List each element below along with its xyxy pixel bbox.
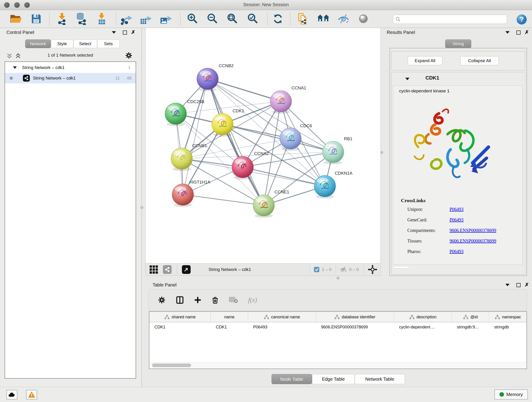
gene-collapse-icon[interactable] — [405, 78, 409, 80]
delete-column-trash-icon[interactable] — [211, 296, 219, 304]
tab-network-table[interactable]: Network Table — [355, 374, 405, 384]
cell-description[interactable]: cyclin-dependent ... — [394, 322, 452, 332]
open-in-new-window-icon[interactable] — [182, 265, 191, 274]
network-edge-HIST1H1A-CCNE1[interactable] — [183, 195, 264, 205]
import-table-file-button[interactable] — [95, 12, 109, 26]
collapse-all-button[interactable]: Collapse All — [460, 56, 499, 65]
save-session-button[interactable] — [29, 12, 43, 26]
table-settings-gear-icon[interactable] — [158, 296, 166, 304]
network-options-gear-icon[interactable] — [125, 52, 133, 59]
network-share-icon[interactable] — [163, 265, 172, 274]
results-hscrollbar-thumb[interactable] — [393, 266, 409, 268]
create-column-plus-icon[interactable] — [194, 296, 201, 304]
tab-edge-table[interactable]: Edge Table — [312, 374, 355, 384]
results-vscrollbar-track[interactable] — [523, 73, 525, 274]
node-label: CCNA2 — [254, 151, 269, 156]
table-panel-menu-button[interactable] — [505, 284, 510, 286]
pharos-link[interactable]: P06493 — [450, 249, 463, 254]
memory-button[interactable]: Memory — [494, 389, 528, 400]
column-header-canonical-name[interactable]: canonical name — [248, 312, 316, 322]
table-panel-close-button[interactable]: ✗ — [525, 283, 529, 287]
column-header-description[interactable]: description — [394, 312, 452, 322]
network-edge-CCNA2-CDKN1A[interactable] — [243, 167, 325, 186]
birdseye-crosshair-icon[interactable] — [368, 265, 377, 274]
table-panel-float-button[interactable] — [516, 283, 520, 287]
hide-glasses-button[interactable] — [336, 12, 350, 26]
zoom-in-button[interactable] — [186, 12, 199, 26]
network-row[interactable]: String Network – cdk1 11 48 — [5, 73, 136, 83]
network-collection-row[interactable]: String Network – cdk1 1 — [5, 62, 136, 73]
uniprot-link[interactable]: P06493 — [450, 207, 463, 212]
show-eye-button[interactable] — [356, 12, 370, 26]
network-node-CCNB2[interactable]: CCNB2 — [197, 63, 234, 91]
table-hscrollbar[interactable] — [150, 362, 526, 368]
network-edge-CCNB2-CCNA1[interactable] — [208, 79, 281, 101]
import-network-file-button[interactable] — [55, 12, 69, 26]
import-network-database-button[interactable] — [75, 12, 88, 26]
control-panel-close-button[interactable]: ✗ — [131, 30, 135, 34]
expand-all-networks-icon[interactable] — [15, 53, 21, 59]
cell-namespace[interactable]: stringdb — [489, 322, 526, 332]
cell-database-identifier[interactable]: 9606.ENSP00000378699 — [316, 322, 394, 332]
results-panel-float-button[interactable] — [516, 31, 520, 35]
network-node-RB1[interactable]: RB1 — [322, 136, 352, 164]
column-header-database-identifier[interactable]: database identifier — [316, 312, 394, 322]
selected-checkbox-icon[interactable] — [314, 267, 319, 272]
results-panel-menu-button[interactable] — [505, 31, 510, 34]
column-header-namespace[interactable]: namespac — [489, 312, 526, 322]
string-home-button[interactable] — [317, 12, 330, 26]
export-table-button[interactable] — [139, 12, 153, 26]
compartments-link[interactable]: 9606.ENSP00000378699 — [450, 228, 496, 233]
open-folder-icon — [10, 14, 22, 24]
network-canvas[interactable]: CCNB2CCNA1CDC25BCDK1CDC6RB1CCNB1CCNA2CDK… — [145, 28, 381, 263]
zoom-selected-button[interactable] — [246, 12, 260, 26]
tab-style[interactable]: Style — [51, 39, 73, 48]
horizontal-splitter-handle[interactable] — [336, 277, 339, 279]
expand-all-button[interactable]: Expand All — [408, 56, 443, 65]
network-node-CCNA1[interactable]: CCNA1 — [270, 85, 306, 114]
protein-structure-image — [402, 101, 494, 190]
show-columns-icon[interactable] — [176, 296, 184, 304]
crosslink-label: Compartments: — [407, 228, 436, 233]
network-node-CDKN1A[interactable]: CDKN1A — [314, 171, 352, 198]
hidden-eye-slash-icon[interactable] — [340, 267, 347, 273]
refresh-button[interactable] — [271, 12, 285, 26]
zoom-out-button[interactable] — [206, 12, 219, 26]
zoom-fit-button[interactable] — [225, 12, 239, 26]
left-splitter-handle[interactable] — [140, 206, 143, 209]
network-node-CDK1[interactable]: CDK1 — [212, 108, 244, 137]
tab-sets[interactable]: Sets — [97, 39, 120, 48]
results-panel-close-button[interactable]: ✗ — [525, 30, 529, 34]
open-in-string-button[interactable] — [296, 12, 310, 26]
cell-name[interactable]: CDK1 — [211, 322, 248, 332]
grid-view-icon[interactable] — [150, 265, 158, 274]
cloud-status-button[interactable] — [6, 390, 17, 400]
export-image-button[interactable] — [159, 12, 173, 26]
network-node-HIST1H1A[interactable]: HIST1H1A — [172, 180, 210, 207]
column-header-shared-name[interactable]: shared name — [149, 312, 211, 322]
cell-shared-name[interactable]: CDK1 — [149, 322, 211, 332]
tissues-link[interactable]: 9606.ENSP00000378699 — [450, 238, 496, 244]
network-edge-CCNB2-CCNE1[interactable] — [208, 79, 264, 205]
column-header-name[interactable]: name — [211, 312, 248, 322]
collapse-all-networks-icon[interactable] — [6, 53, 12, 59]
tab-network[interactable]: Network — [25, 39, 51, 48]
tab-string-results[interactable]: String — [445, 39, 471, 48]
node-label: CDC6 — [300, 123, 312, 128]
export-network-button[interactable] — [120, 12, 133, 26]
tab-select[interactable]: Select — [73, 39, 97, 48]
table-hscrollbar-thumb[interactable] — [152, 364, 191, 367]
tab-node-table[interactable]: Node Table — [272, 374, 312, 384]
genecard-link[interactable]: P06493 — [450, 217, 463, 223]
column-header-id[interactable]: @id — [452, 312, 489, 322]
help-button[interactable]: ? — [516, 14, 527, 25]
collection-expand-icon[interactable] — [13, 66, 17, 69]
network-edge-CCNB2-HIST1H1A[interactable] — [183, 79, 208, 195]
warning-status-button[interactable] — [26, 390, 37, 400]
control-panel-menu-button[interactable] — [112, 31, 116, 34]
search-input[interactable] — [402, 15, 507, 24]
cell-id[interactable]: stringdb:9... — [452, 322, 489, 332]
control-panel-float-button[interactable] — [123, 31, 127, 35]
cell-canonical-name[interactable]: P06493 — [248, 322, 316, 332]
open-session-button[interactable] — [9, 12, 23, 26]
